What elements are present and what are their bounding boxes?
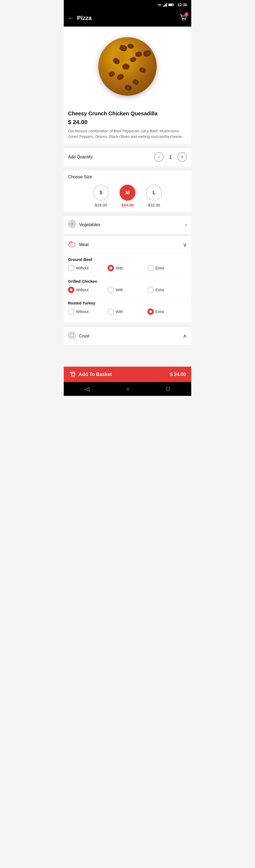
bottom-spacer [64, 345, 191, 367]
increase-quantity-button[interactable]: + [178, 152, 187, 162]
crust-svg-icon [68, 331, 76, 339]
ground-beef-options: Without With Extra [68, 265, 187, 271]
divider-1 [64, 146, 191, 148]
vegetables-svg-icon [68, 220, 76, 228]
product-info: Cheesy Crunch Chicken Quesadilla $ 24.00… [64, 106, 191, 144]
nav-recent-button[interactable]: □ [166, 386, 169, 392]
crust-icon [68, 331, 76, 341]
quantity-value: 1 [168, 154, 173, 160]
divider-5 [64, 325, 191, 327]
svg-rect-1 [164, 5, 165, 7]
grilled-chicken-without[interactable]: Without [68, 287, 107, 293]
vegetables-chevron: › [185, 221, 187, 228]
size-price-m: $24.00 [121, 203, 134, 207]
ground-beef-without[interactable]: Without [68, 265, 107, 271]
rosted-turkey-without[interactable]: Without [68, 308, 107, 315]
meat-chevron: ∨ [183, 241, 187, 248]
ground-beef-with-radio [107, 265, 114, 271]
svg-rect-5 [169, 4, 172, 6]
size-price-s: $18.00 [95, 203, 107, 207]
size-circle-m: M [120, 185, 135, 200]
size-option-l[interactable]: L $32.00 [146, 185, 162, 207]
rosted-turkey-with[interactable]: With [107, 308, 147, 315]
rosted-turkey-without-label: Without [76, 310, 89, 314]
rosted-turkey-extra-radio-inner [149, 310, 152, 313]
grilled-chicken-options: Without With Extra [68, 287, 187, 293]
svg-rect-2 [165, 4, 166, 7]
ground-beef-label: Ground Beef [68, 257, 187, 262]
back-button[interactable]: ← [68, 14, 74, 22]
rosted-turkey-extra-label: Extra [155, 310, 164, 314]
rosted-turkey-extra-radio [148, 308, 154, 315]
pizza-image-section [64, 27, 191, 106]
size-section: Choose Size S $18.00 M $24.00 L $32.00 [64, 170, 191, 212]
meat-label: Meat [79, 242, 183, 247]
svg-point-18 [70, 334, 71, 335]
status-icons [157, 3, 174, 7]
meat-svg-icon [68, 241, 76, 247]
svg-point-21 [73, 336, 74, 337]
ground-beef-with[interactable]: With [107, 265, 147, 271]
size-option-s[interactable]: S $18.00 [93, 185, 109, 207]
svg-point-7 [182, 19, 183, 20]
svg-point-16 [68, 332, 75, 339]
basket-left: Add To Basket [69, 371, 112, 378]
svg-rect-3 [166, 3, 167, 7]
vegetables-icon [68, 220, 76, 229]
grilled-chicken-with[interactable]: With [107, 287, 147, 293]
ground-beef-without-label: Without [76, 266, 89, 270]
basket-icon [69, 371, 76, 378]
rosted-turkey-with-label: With [116, 310, 123, 314]
size-options: S $18.00 M $24.00 L $32.00 [68, 185, 187, 207]
quantity-controls: − 1 + [154, 152, 187, 162]
meat-icon [68, 241, 76, 249]
grilled-chicken-extra[interactable]: Extra [148, 287, 187, 293]
divider-3 [64, 214, 191, 216]
grilled-chicken-with-radio [107, 287, 114, 293]
product-price: $ 24.00 [68, 119, 187, 126]
grilled-chicken-extra-label: Extra [155, 288, 164, 292]
basket-label: Add To Basket [78, 372, 112, 377]
app-header: ← Pizza 1 [64, 9, 191, 27]
crust-label: Crust [79, 334, 183, 339]
ground-beef-with-label: With [116, 266, 123, 270]
crust-chevron: ∧ [183, 333, 187, 340]
nav-back-button[interactable]: ◁ [85, 386, 89, 392]
product-description: Our famous combination of Beef Pepperoni… [68, 128, 187, 140]
add-to-basket-bar[interactable]: Add To Basket $ 24.00 [64, 367, 191, 382]
size-circle-s: S [93, 185, 109, 200]
crust-category[interactable]: Crust ∧ [64, 327, 191, 345]
decrease-quantity-button[interactable]: − [154, 152, 164, 162]
grilled-chicken-without-radio-inner [70, 288, 72, 291]
wifi-icon [157, 3, 162, 7]
rosted-turkey-without-radio [68, 308, 74, 315]
ground-beef-extra[interactable]: Extra [148, 265, 187, 271]
ground-beef-with-radio-inner [109, 267, 112, 270]
quantity-row: Add Quantity − 1 + [68, 152, 187, 162]
size-option-m[interactable]: M $24.00 [120, 185, 135, 207]
battery-icon [168, 3, 174, 6]
size-circle-l: L [146, 185, 162, 200]
nav-bar: ◁ ○ □ [64, 382, 191, 396]
status-bar: 12:30 [64, 0, 191, 9]
size-price-l: $32.00 [148, 203, 160, 207]
rosted-turkey-extra[interactable]: Extra [148, 308, 187, 315]
ground-beef-extra-label: Extra [155, 266, 164, 270]
grilled-chicken-without-label: Without [76, 288, 89, 292]
cart-button[interactable]: 1 [180, 14, 187, 22]
vegetables-category[interactable]: Vegetables › [64, 216, 191, 234]
svg-rect-0 [163, 6, 164, 7]
meat-item-rosted-turkey: Rosted Turkey Without With Extra [68, 297, 187, 318]
vegetables-label: Vegetables [79, 222, 185, 227]
meat-category-header[interactable]: Meat ∨ [64, 236, 191, 253]
ground-beef-extra-radio [148, 265, 154, 271]
nav-home-button[interactable]: ○ [126, 386, 129, 392]
svg-point-19 [73, 334, 74, 335]
rosted-turkey-with-radio [107, 308, 114, 315]
size-label: Choose Size [68, 175, 187, 179]
svg-rect-6 [174, 4, 174, 5]
page-title: Pizza [77, 14, 92, 22]
quantity-section: Add Quantity − 1 + [64, 148, 191, 166]
grilled-chicken-with-label: With [116, 288, 123, 292]
signal-icon [163, 3, 167, 7]
